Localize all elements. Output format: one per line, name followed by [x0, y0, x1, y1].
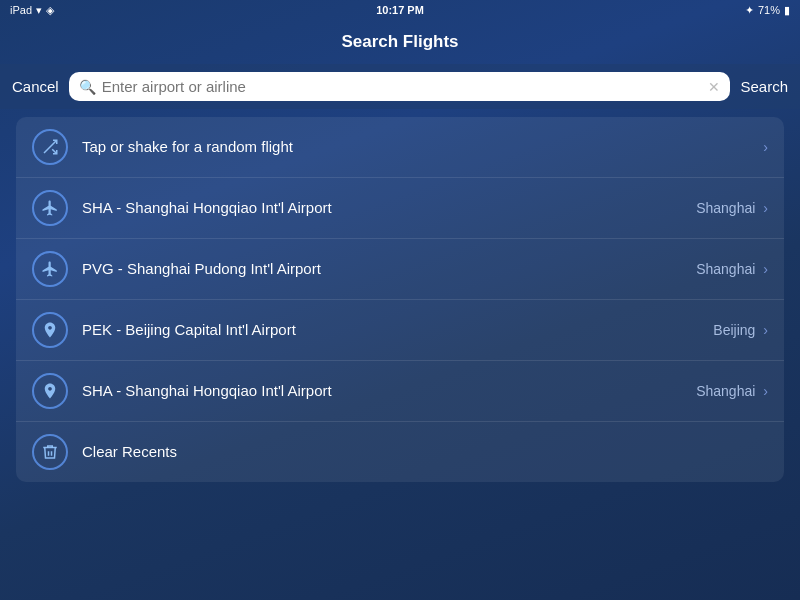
item-content: SHA - Shanghai Hongqiao Int'l Airport [82, 382, 696, 400]
device-label: iPad [10, 4, 32, 16]
chevron-icon: › [763, 200, 768, 216]
list-item[interactable]: SHA - Shanghai Hongqiao Int'l Airport Sh… [16, 361, 784, 422]
item-icon-trash [32, 434, 68, 470]
wifi-icon: ▾ [36, 4, 42, 17]
item-right: Beijing › [713, 322, 768, 338]
battery-label: 71% [758, 4, 780, 16]
search-icon: 🔍 [79, 79, 96, 95]
item-content: PEK - Beijing Capital Int'l Airport [82, 321, 713, 339]
bluetooth-icon: ✦ [745, 4, 754, 17]
clear-input-icon[interactable]: ✕ [708, 79, 720, 95]
search-input[interactable] [102, 78, 703, 95]
battery-icon: ▮ [784, 4, 790, 17]
status-time: 10:17 PM [376, 4, 424, 16]
item-content: PVG - Shanghai Pudong Int'l Airport [82, 260, 696, 278]
item-subtitle: Shanghai [696, 261, 755, 277]
main-content: Tap or shake for a random flight › SHA -… [0, 117, 800, 482]
chevron-icon: › [763, 322, 768, 338]
list-item[interactable]: Tap or shake for a random flight › [16, 117, 784, 178]
item-title: PEK - Beijing Capital Int'l Airport [82, 321, 296, 338]
signal-icon: ◈ [46, 4, 54, 17]
item-subtitle: Beijing [713, 322, 755, 338]
search-input-wrapper: 🔍 ✕ [69, 72, 731, 101]
item-content: SHA - Shanghai Hongqiao Int'l Airport [82, 199, 696, 217]
search-bar-area: Cancel 🔍 ✕ Search [0, 64, 800, 109]
item-title: Clear Recents [82, 443, 177, 460]
status-right: ✦ 71% ▮ [745, 4, 790, 17]
item-icon-plane [32, 190, 68, 226]
item-title: Tap or shake for a random flight [82, 138, 293, 155]
list-item[interactable]: PEK - Beijing Capital Int'l Airport Beij… [16, 300, 784, 361]
item-right: Shanghai › [696, 200, 768, 216]
item-right: Shanghai › [696, 383, 768, 399]
item-icon-plane [32, 251, 68, 287]
item-icon-pin [32, 312, 68, 348]
item-icon-random [32, 129, 68, 165]
chevron-icon: › [763, 383, 768, 399]
item-subtitle: Shanghai [696, 200, 755, 216]
item-content: Tap or shake for a random flight [82, 138, 763, 156]
item-title: PVG - Shanghai Pudong Int'l Airport [82, 260, 321, 277]
item-title: SHA - Shanghai Hongqiao Int'l Airport [82, 382, 332, 399]
cancel-button[interactable]: Cancel [12, 74, 59, 99]
list-item[interactable]: PVG - Shanghai Pudong Int'l Airport Shan… [16, 239, 784, 300]
item-right: Shanghai › [696, 261, 768, 277]
item-right: › [763, 139, 768, 155]
status-bar: iPad ▾ ◈ 10:17 PM ✦ 71% ▮ [0, 0, 800, 20]
item-title: SHA - Shanghai Hongqiao Int'l Airport [82, 199, 332, 216]
list-item[interactable]: Clear Recents [16, 422, 784, 482]
item-content: Clear Recents [82, 443, 768, 461]
list-container: Tap or shake for a random flight › SHA -… [16, 117, 784, 482]
search-button[interactable]: Search [740, 74, 788, 99]
list-item[interactable]: SHA - Shanghai Hongqiao Int'l Airport Sh… [16, 178, 784, 239]
page-title: Search Flights [341, 32, 458, 52]
item-subtitle: Shanghai [696, 383, 755, 399]
status-left: iPad ▾ ◈ [10, 4, 54, 17]
nav-bar: Search Flights [0, 20, 800, 64]
item-icon-pin [32, 373, 68, 409]
chevron-icon: › [763, 261, 768, 277]
chevron-icon: › [763, 139, 768, 155]
